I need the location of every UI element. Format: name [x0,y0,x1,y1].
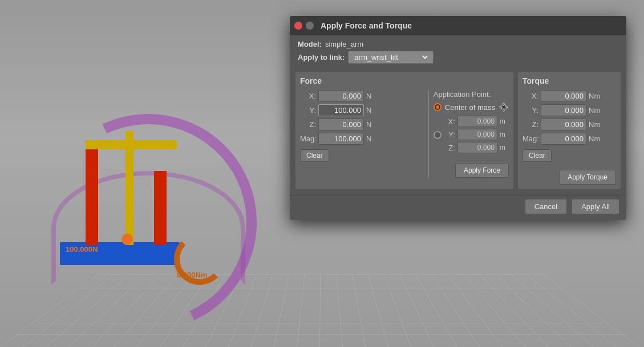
dialog-title: Apply Force and Torque [321,21,412,30]
force-z-input[interactable] [318,119,364,130]
force-mag-label: Mag: [300,134,316,143]
force-z-unit: N [366,120,378,129]
torque-mag-unit: Nm [589,134,600,143]
apply-torque-btn-row: Apply Torque [523,165,616,185]
link-select[interactable]: arm_wrist_lift [352,52,430,62]
app-x-unit: m [500,117,505,125]
model-label: Model: [298,40,322,48]
torque-x-input[interactable] [541,90,586,102]
apply-torque-button[interactable]: Apply Torque [559,170,616,185]
cancel-button[interactable]: Cancel [525,199,567,214]
center-of-mass-radio[interactable] [434,103,442,111]
force-x-input[interactable] [318,90,364,102]
app-x-label: X: [445,117,455,126]
custom-point-row[interactable]: X: m Y: m Z: [434,115,509,155]
force-y-row: Y: N [300,104,424,116]
connector [121,234,133,245]
center-of-mass-label: Center of mass [445,103,495,112]
app-x-row: X: m [445,116,505,127]
force-z-row: Z: N [300,119,424,130]
pillar-left [86,148,98,245]
app-y-unit: m [500,130,505,138]
torque-z-unit: Nm [589,120,600,129]
app-point-title: Application Point: [434,90,509,99]
svg-point-4 [503,106,505,108]
force-panel-inner: X: N Y: N Z: N Mag: [300,90,509,178]
torque-mag-row: Mag: Nm [523,133,616,145]
move-cursor-icon [499,102,509,112]
app-y-input[interactable] [457,129,497,140]
torque-z-label: Z: [523,120,538,129]
force-x-label: X: [300,92,316,100]
scene: 100.000N 0.000Nm [29,80,291,319]
torque-arc [174,234,225,285]
torque-panel: Torque X: Nm Y: Nm Z: Nm Mag: Nm [518,72,621,189]
force-inputs: X: N Y: N Z: N Mag: [300,90,424,178]
link-label: Apply to link: [298,53,345,62]
app-z-label: Z: [445,144,455,152]
force-mag-unit: N [366,134,378,143]
torque-y-row: Y: Nm [523,104,616,116]
torque-x-unit: Nm [589,92,600,100]
title-bar: Apply Force and Torque [290,16,626,35]
app-y-row: Y: m [445,129,505,140]
force-x-row: X: N [300,90,424,102]
link-dropdown[interactable]: arm_wrist_lift [348,51,434,64]
force-label: 100.000N [66,245,98,254]
model-value: simple_arm [325,40,363,48]
model-row: Model: simple_arm [298,40,618,48]
torque-y-unit: Nm [589,106,600,115]
dialog-meta: Model: simple_arm Apply to link: arm_wri… [290,35,626,68]
vertical-beam [125,131,133,245]
force-title: Force [300,76,509,85]
app-x-input[interactable] [457,116,497,127]
dialog-window: Apply Force and Torque Model: simple_arm… [290,16,626,220]
force-panel: Force X: N Y: N Z: [295,72,513,189]
link-row: Apply to link: arm_wrist_lift [298,51,618,64]
force-mag-input[interactable] [318,133,364,145]
pillar-right [154,171,167,245]
custom-point-radio[interactable] [434,131,442,139]
force-x-unit: N [366,92,378,100]
torque-x-label: X: [523,92,538,100]
force-z-label: Z: [300,120,316,129]
torque-z-input[interactable] [541,119,586,130]
torque-clear-button[interactable]: Clear [523,149,552,162]
force-clear-button[interactable]: Clear [300,149,329,162]
force-y-label: Y: [300,106,316,115]
torque-title: Torque [523,76,616,85]
apply-force-button[interactable]: Apply Force [455,163,509,178]
force-y-unit: N [366,106,378,115]
app-z-input[interactable] [457,142,497,153]
app-xyz-inputs: X: m Y: m Z: [445,116,505,155]
app-y-label: Y: [445,130,455,139]
center-of-mass-row[interactable]: Center of mass [434,102,509,112]
app-z-row: Z: m [445,142,505,153]
dialog-footer: Cancel Apply All [290,195,626,220]
torque-mag-input[interactable] [541,133,586,145]
close-button[interactable] [294,22,302,30]
minimize-button[interactable] [306,22,314,30]
apply-force-btn-row: Apply Force [434,158,509,178]
app-z-unit: m [500,144,505,152]
force-y-input[interactable] [318,104,364,116]
force-mag-row: Mag: N [300,133,424,145]
apply-all-button[interactable]: Apply All [572,199,619,214]
torque-clear-row: Clear [523,147,616,162]
force-clear-row: Clear [300,147,424,162]
torque-y-label: Y: [523,106,538,115]
torque-mag-label: Mag: [523,134,538,143]
application-point-section: Application Point: Center of mass [428,90,509,178]
panels-row: Force X: N Y: N Z: [290,68,626,195]
torque-y-input[interactable] [541,104,586,116]
torque-z-row: Z: Nm [523,119,616,130]
torque-x-row: X: Nm [523,90,616,102]
